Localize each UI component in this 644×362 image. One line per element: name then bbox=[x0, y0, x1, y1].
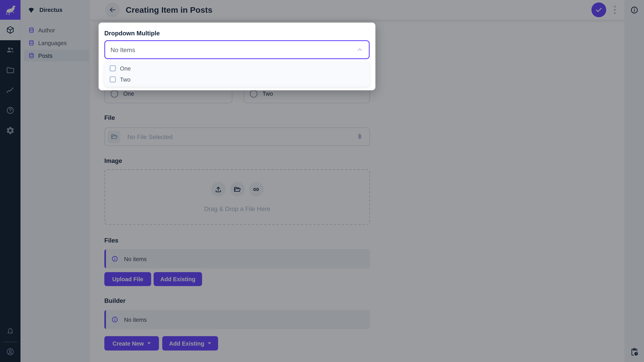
chevron-up-icon bbox=[356, 46, 364, 53]
menu-option-one[interactable]: One bbox=[104, 63, 370, 74]
dropdown-multiple-popover: Dropdown Multiple No Items One Two bbox=[98, 23, 376, 90]
checkbox-icon bbox=[110, 65, 116, 71]
dropdown-menu: One Two bbox=[104, 61, 370, 87]
app-window: Directus Author Languages bbox=[0, 0, 644, 362]
option-label: One bbox=[120, 65, 131, 71]
dropdown-multiple-label: Dropdown Multiple bbox=[104, 30, 370, 36]
checkbox-icon bbox=[110, 76, 116, 83]
select-value: No Items bbox=[110, 46, 356, 53]
menu-option-two[interactable]: Two bbox=[104, 74, 370, 85]
dropdown-multiple-select[interactable]: No Items bbox=[104, 40, 370, 59]
option-label: Two bbox=[120, 76, 130, 83]
